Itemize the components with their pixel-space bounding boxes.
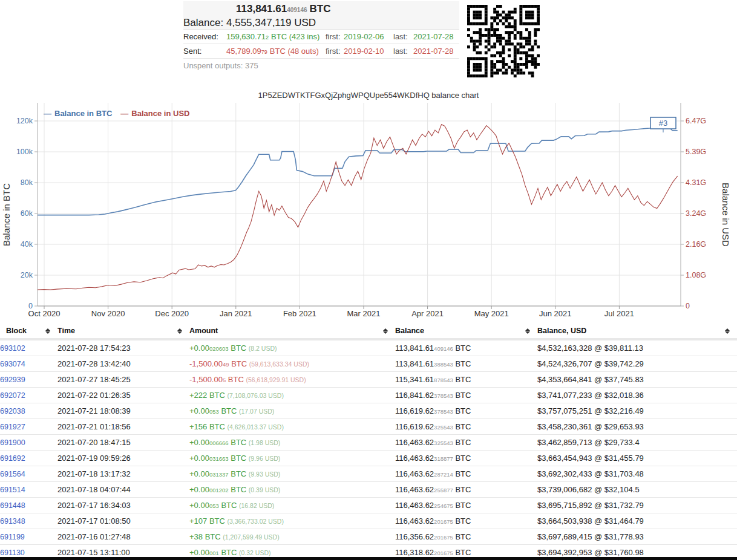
tx-amount-unit: BTC: [229, 485, 249, 494]
x-axis-tick: Feb 2021: [283, 309, 316, 318]
sort-icon[interactable]: [525, 328, 530, 334]
table-row: 6919272021-07-21 01:18:56+156 BTC (4,626…: [0, 419, 737, 435]
tx-balance-sub: 318877: [434, 455, 453, 462]
tx-balance-unit: BTC: [453, 422, 471, 431]
table-cell: $4,532,163,328 @ $39,811.13: [537, 339, 737, 356]
x-axis-tick: Jan 2021: [220, 309, 252, 318]
table-cell: 2021-07-16 01:27:48: [57, 529, 189, 545]
table-cell: 116,463.62201675 BTC: [395, 513, 537, 529]
chart-plot-area: 020k40k60k80k100k120k01.08G2.16G3.24G4.3…: [0, 90, 737, 324]
column-header-time[interactable]: Time: [57, 324, 189, 339]
svg-text:#3: #3: [659, 119, 667, 128]
block-link[interactable]: 691514: [0, 486, 25, 494]
tx-amount-usd: (59,613,633.34 USD): [249, 360, 309, 368]
x-axis-tick: Jun 2021: [539, 309, 572, 318]
tx-amount-sub: 020603: [209, 345, 229, 352]
tx-amount-sub: 053: [209, 408, 219, 415]
table-cell: 2021-07-18 13:17:32: [57, 466, 189, 482]
block-link[interactable]: 691130: [0, 549, 25, 557]
tx-amount-usd: (0.32 USD): [239, 549, 271, 556]
column-label-balance: Balance: [395, 327, 424, 335]
table-cell: 116,463.62287214 BTC: [395, 466, 537, 482]
legend-item-btc[interactable]: —Balance in BTC: [44, 109, 112, 118]
tx-amount: +0.00: [189, 343, 209, 353]
block-link[interactable]: 691692: [0, 454, 25, 463]
tx-balance-unit: BTC: [453, 548, 471, 557]
right-axis-tick: 4.31G: [686, 178, 706, 187]
table-cell: $4,524,326,707 @ $39,742.29: [537, 356, 737, 372]
tx-balance: 113,841.61: [395, 343, 434, 353]
tx-balance: 116,318.62: [395, 548, 434, 557]
legend-item-usd[interactable]: —Balance in USD: [120, 109, 189, 118]
received-last-date: 2021-07-28: [413, 30, 454, 44]
tx-balance-sub: 255877: [434, 487, 453, 493]
block-link[interactable]: 693102: [0, 344, 25, 353]
block-link[interactable]: 691199: [0, 533, 25, 541]
summary-sent: Sent: 45,789.0979BTC (48 outs) first: 20…: [183, 44, 459, 59]
block-link[interactable]: 691448: [0, 501, 25, 510]
block-link[interactable]: 691927: [0, 423, 25, 431]
block-link[interactable]: 691564: [0, 470, 25, 478]
tx-amount-sub: 006666: [209, 440, 229, 446]
tx-balance-usd: $4,532,163,328 @ $39,811.13: [537, 343, 643, 353]
tx-balance: 116,463.62: [395, 485, 434, 494]
table-row: 6914482021-07-17 16:34:03+0.00053 BTC (1…: [0, 498, 737, 513]
sort-icon[interactable]: [177, 328, 182, 334]
tx-amount: -1,500.00: [189, 359, 223, 368]
sort-icon[interactable]: [725, 328, 730, 334]
table-row: 6920382021-07-21 18:08:39+0.00053 BTC (1…: [0, 403, 737, 419]
column-header-block[interactable]: Block: [0, 324, 57, 339]
tx-amount: +156: [189, 422, 207, 431]
left-axis-tick: 60k: [21, 209, 33, 218]
table-row: 6929392021-07-27 18:45:25-1,500.005 BTC …: [0, 372, 737, 388]
table-cell: 116,463.62254675 BTC: [395, 498, 537, 513]
tx-time: 2021-07-17 01:08:50: [57, 516, 131, 526]
tx-balance-unit: BTC: [453, 532, 471, 541]
sent-amount: 45,789.0979BTC (48 outs): [226, 44, 326, 59]
table-cell: +0.00031663 BTC (9.96 USD): [189, 451, 395, 466]
tx-amount-unit: BTC: [219, 406, 239, 415]
tx-amount-usd: (4,626,013.37 USD): [228, 423, 284, 431]
tx-balance-sub: 201675: [434, 534, 453, 541]
tx-balance-usd: $3,692,302,433 @ $31,703.48: [537, 469, 644, 478]
column-header-balance[interactable]: Balance: [395, 324, 537, 339]
sort-icon[interactable]: [45, 328, 50, 334]
block-link[interactable]: 692038: [0, 407, 25, 415]
tx-amount-unit: BTC: [229, 454, 249, 463]
tx-amount-unit: BTC: [229, 359, 249, 368]
sort-icon[interactable]: [383, 328, 388, 334]
table-cell: +107 BTC (3,366,733.02 USD): [189, 513, 395, 529]
right-axis-tick: 0: [686, 302, 690, 310]
block-link[interactable]: 692072: [0, 391, 25, 400]
table-cell: $3,695,715,892 @ $31,732.79: [537, 498, 737, 513]
tx-balance-usd: $3,462,859,713 @ $29,733.4: [537, 438, 640, 447]
table-row: 6913482021-07-17 01:08:50+107 BTC (3,366…: [0, 513, 737, 529]
tx-time: 2021-07-21 18:08:39: [57, 406, 131, 415]
tx-time: 2021-07-15 13:11:00: [57, 548, 130, 557]
column-header-balance-usd[interactable]: Balance, USD: [537, 324, 737, 339]
address-qr-code: [467, 5, 540, 77]
column-header-amount[interactable]: Amount: [189, 324, 395, 339]
block-link[interactable]: 692939: [0, 376, 25, 384]
tx-balance-unit: BTC: [453, 454, 471, 463]
table-cell: +0.00053 BTC (16.82 USD): [189, 498, 395, 513]
tx-amount-unit: BTC: [219, 548, 239, 557]
tx-amount-usd: (56,618,929.91 USD): [246, 376, 306, 383]
tx-balance-usd: $3,739,006,682 @ $32,104.5: [537, 485, 640, 494]
tx-amount-usd: (9.96 USD): [249, 455, 281, 462]
received-amount: 159,630.712BTC (423 ins): [226, 30, 326, 45]
tx-amount-usd: (1,207,599.49 USD): [223, 533, 279, 541]
x-axis-tick: Jul 2021: [604, 309, 634, 318]
table-cell: 2021-07-17 16:34:03: [57, 498, 189, 513]
table-cell: $3,697,689,415 @ $31,778.93: [537, 529, 737, 545]
block-link[interactable]: 693074: [0, 360, 25, 368]
table-cell: $3,692,302,433 @ $31,703.48: [537, 466, 737, 482]
tx-balance-usd: $3,664,503,938 @ $31,464.79: [537, 516, 644, 526]
table-cell: 2021-07-28 13:42:40: [57, 356, 189, 372]
tx-amount-usd: (0.39 USD): [249, 486, 281, 493]
sent-last-date: 2021-07-28: [413, 44, 454, 59]
block-link[interactable]: 691348: [0, 517, 25, 526]
tx-time: 2021-07-21 01:18:56: [57, 422, 131, 431]
block-link[interactable]: 691900: [0, 438, 25, 447]
tx-amount: +0.00: [189, 485, 209, 494]
